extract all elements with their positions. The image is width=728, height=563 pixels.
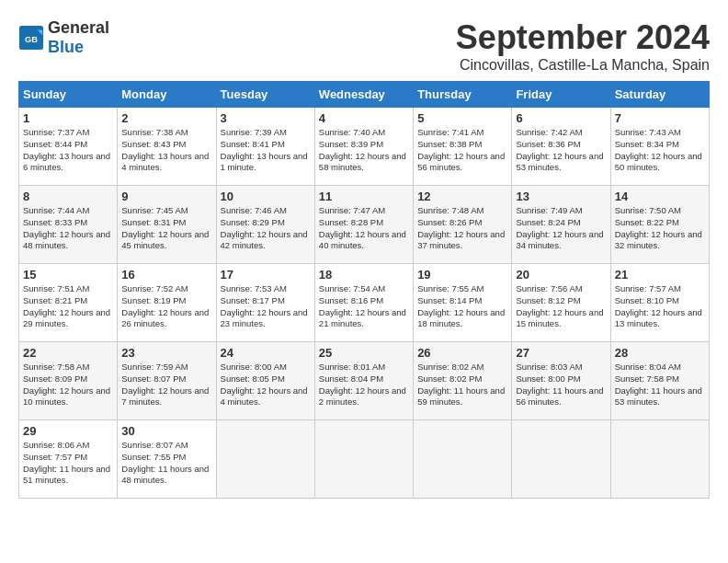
cell-info: Sunrise: 7:48 AMSunset: 8:26 PMDaylight:…	[417, 205, 505, 250]
cell-info: Sunrise: 7:57 AMSunset: 8:10 PMDaylight:…	[615, 283, 702, 328]
cell-info: Sunrise: 7:59 AMSunset: 8:07 PMDaylight:…	[121, 362, 209, 407]
day-number: 6	[516, 111, 606, 125]
month-title: September 2024	[456, 18, 710, 57]
calendar-cell: 28Sunrise: 8:04 AMSunset: 7:58 PMDayligh…	[610, 342, 709, 420]
header-day-wednesday: Wednesday	[314, 82, 413, 108]
calendar-cell: 17Sunrise: 7:53 AMSunset: 8:17 PMDayligh…	[216, 264, 314, 342]
cell-info: Sunrise: 7:44 AMSunset: 8:33 PMDaylight:…	[23, 205, 110, 250]
day-number: 20	[516, 268, 606, 282]
day-number: 14	[615, 190, 705, 203]
cell-info: Sunrise: 7:55 AMSunset: 8:14 PMDaylight:…	[417, 283, 505, 328]
calendar-week-row: 1Sunrise: 7:37 AMSunset: 8:44 PMDaylight…	[19, 108, 710, 186]
calendar-cell: 18Sunrise: 7:54 AMSunset: 8:16 PMDayligh…	[314, 264, 413, 342]
logo-general-text: General	[48, 18, 109, 37]
cell-info: Sunrise: 8:00 AMSunset: 8:05 PMDaylight:…	[221, 362, 308, 407]
calendar-cell: 2Sunrise: 7:38 AMSunset: 8:43 PMDaylight…	[118, 108, 216, 186]
calendar-cell: 19Sunrise: 7:55 AMSunset: 8:14 PMDayligh…	[414, 264, 512, 342]
cell-info: Sunrise: 8:01 AMSunset: 8:04 PMDaylight:…	[319, 362, 406, 407]
calendar-cell: 30Sunrise: 8:07 AMSunset: 7:55 PMDayligh…	[118, 420, 216, 499]
logo: GB General Blue	[18, 18, 109, 57]
cell-info: Sunrise: 7:46 AMSunset: 8:29 PMDaylight:…	[221, 205, 308, 250]
calendar-cell	[314, 420, 413, 499]
calendar-cell: 8Sunrise: 7:44 AMSunset: 8:33 PMDaylight…	[19, 186, 118, 264]
calendar-cell: 25Sunrise: 8:01 AMSunset: 8:04 PMDayligh…	[314, 342, 413, 420]
header-day-saturday: Saturday	[610, 82, 709, 108]
header-day-thursday: Thursday	[414, 82, 512, 108]
day-number: 7	[615, 111, 705, 125]
cell-info: Sunrise: 7:40 AMSunset: 8:39 PMDaylight:…	[319, 127, 406, 172]
day-number: 22	[23, 346, 113, 360]
cell-info: Sunrise: 7:51 AMSunset: 8:21 PMDaylight:…	[23, 283, 110, 328]
calendar-week-row: 29Sunrise: 8:06 AMSunset: 7:57 PMDayligh…	[19, 420, 710, 499]
day-number: 11	[319, 190, 409, 203]
cell-info: Sunrise: 7:39 AMSunset: 8:41 PMDaylight:…	[221, 127, 308, 172]
calendar-cell: 16Sunrise: 7:52 AMSunset: 8:19 PMDayligh…	[118, 264, 216, 342]
cell-info: Sunrise: 7:56 AMSunset: 8:12 PMDaylight:…	[516, 283, 603, 328]
calendar-cell: 6Sunrise: 7:42 AMSunset: 8:36 PMDaylight…	[512, 108, 610, 186]
cell-info: Sunrise: 8:06 AMSunset: 7:57 PMDaylight:…	[23, 440, 110, 485]
header-day-friday: Friday	[512, 82, 610, 108]
day-number: 25	[319, 346, 409, 360]
cell-info: Sunrise: 8:02 AMSunset: 8:02 PMDaylight:…	[417, 362, 505, 407]
calendar-cell: 26Sunrise: 8:02 AMSunset: 8:02 PMDayligh…	[414, 342, 512, 420]
day-number: 15	[23, 268, 113, 282]
calendar-header-row: SundayMondayTuesdayWednesdayThursdayFrid…	[19, 82, 710, 108]
day-number: 17	[221, 268, 311, 282]
logo-blue-text: Blue	[48, 38, 84, 56]
calendar-cell	[216, 420, 314, 499]
calendar-cell: 27Sunrise: 8:03 AMSunset: 8:00 PMDayligh…	[512, 342, 610, 420]
cell-info: Sunrise: 7:41 AMSunset: 8:38 PMDaylight:…	[417, 127, 505, 172]
calendar-cell	[414, 420, 512, 499]
day-number: 23	[121, 346, 211, 360]
calendar-cell: 20Sunrise: 7:56 AMSunset: 8:12 PMDayligh…	[512, 264, 610, 342]
cell-info: Sunrise: 8:04 AMSunset: 7:58 PMDaylight:…	[615, 362, 702, 407]
day-number: 4	[319, 111, 409, 125]
header-day-tuesday: Tuesday	[216, 82, 314, 108]
calendar-cell: 29Sunrise: 8:06 AMSunset: 7:57 PMDayligh…	[19, 420, 118, 499]
day-number: 8	[23, 190, 113, 203]
header-day-sunday: Sunday	[19, 82, 118, 108]
calendar-cell: 10Sunrise: 7:46 AMSunset: 8:29 PMDayligh…	[216, 186, 314, 264]
day-number: 28	[615, 346, 705, 360]
day-number: 18	[319, 268, 409, 282]
calendar-week-row: 15Sunrise: 7:51 AMSunset: 8:21 PMDayligh…	[19, 264, 710, 342]
calendar-cell: 4Sunrise: 7:40 AMSunset: 8:39 PMDaylight…	[314, 108, 413, 186]
day-number: 16	[121, 268, 211, 282]
location: Cincovillas, Castille-La Mancha, Spain	[456, 57, 710, 74]
title-block: September 2024 Cincovillas, Castille-La …	[456, 18, 710, 74]
cell-info: Sunrise: 7:54 AMSunset: 8:16 PMDaylight:…	[319, 283, 406, 328]
cell-info: Sunrise: 7:52 AMSunset: 8:19 PMDaylight:…	[121, 283, 209, 328]
calendar-week-row: 22Sunrise: 7:58 AMSunset: 8:09 PMDayligh…	[19, 342, 710, 420]
cell-info: Sunrise: 7:53 AMSunset: 8:17 PMDaylight:…	[221, 283, 308, 328]
day-number: 10	[221, 190, 311, 203]
header-day-monday: Monday	[118, 82, 216, 108]
cell-info: Sunrise: 7:58 AMSunset: 8:09 PMDaylight:…	[23, 362, 110, 407]
day-number: 27	[516, 346, 606, 360]
calendar-cell: 23Sunrise: 7:59 AMSunset: 8:07 PMDayligh…	[118, 342, 216, 420]
cell-info: Sunrise: 8:07 AMSunset: 7:55 PMDaylight:…	[121, 440, 209, 485]
day-number: 2	[121, 111, 211, 125]
cell-info: Sunrise: 8:03 AMSunset: 8:00 PMDaylight:…	[516, 362, 603, 407]
day-number: 13	[516, 190, 606, 203]
calendar-week-row: 8Sunrise: 7:44 AMSunset: 8:33 PMDaylight…	[19, 186, 710, 264]
day-number: 5	[417, 111, 507, 125]
day-number: 21	[615, 268, 705, 282]
cell-info: Sunrise: 7:50 AMSunset: 8:22 PMDaylight:…	[615, 205, 702, 250]
cell-info: Sunrise: 7:37 AMSunset: 8:44 PMDaylight:…	[23, 127, 110, 172]
day-number: 30	[121, 424, 211, 438]
day-number: 1	[23, 111, 113, 125]
cell-info: Sunrise: 7:45 AMSunset: 8:31 PMDaylight:…	[121, 205, 209, 250]
cell-info: Sunrise: 7:38 AMSunset: 8:43 PMDaylight:…	[121, 127, 209, 172]
cell-info: Sunrise: 7:47 AMSunset: 8:28 PMDaylight:…	[319, 205, 406, 250]
calendar-table: SundayMondayTuesdayWednesdayThursdayFrid…	[18, 81, 710, 499]
day-number: 9	[121, 190, 211, 203]
calendar-cell: 24Sunrise: 8:00 AMSunset: 8:05 PMDayligh…	[216, 342, 314, 420]
calendar-cell	[610, 420, 709, 499]
calendar-cell: 14Sunrise: 7:50 AMSunset: 8:22 PMDayligh…	[610, 186, 709, 264]
svg-text:GB: GB	[25, 35, 38, 44]
day-number: 29	[23, 424, 113, 438]
calendar-cell: 7Sunrise: 7:43 AMSunset: 8:34 PMDaylight…	[610, 108, 709, 186]
day-number: 24	[221, 346, 311, 360]
calendar-cell: 1Sunrise: 7:37 AMSunset: 8:44 PMDaylight…	[19, 108, 118, 186]
cell-info: Sunrise: 7:43 AMSunset: 8:34 PMDaylight:…	[615, 127, 702, 172]
